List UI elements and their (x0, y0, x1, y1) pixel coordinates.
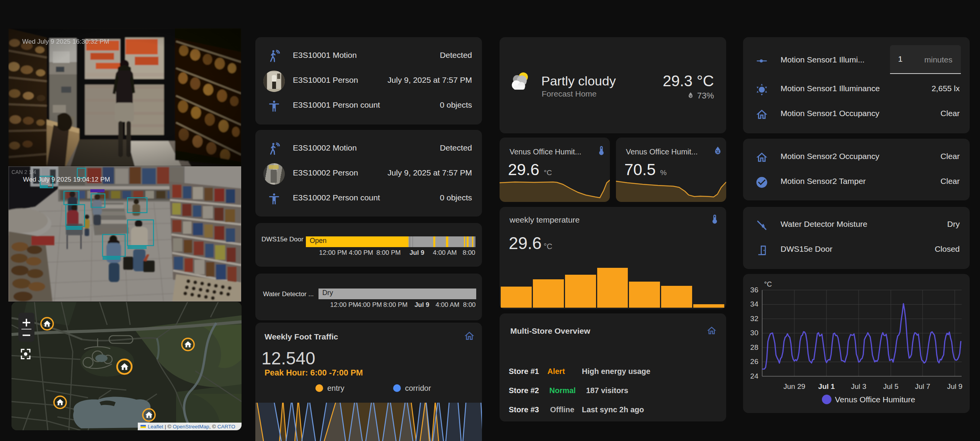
svg-text:Wed July 9 2025 16:30:32 PM: Wed July 9 2025 16:30:32 PM (22, 38, 109, 45)
svg-text:CAN 2 1/4: CAN 2 1/4 (11, 169, 36, 175)
svg-text:Leaflet | © OpenStreetMap, © C: Leaflet | © OpenStreetMap, © CARTO (148, 424, 235, 430)
svg-text:Wed July 9 2025 19:04:12 PM: Wed July 9 2025 19:04:12 PM (23, 176, 110, 183)
